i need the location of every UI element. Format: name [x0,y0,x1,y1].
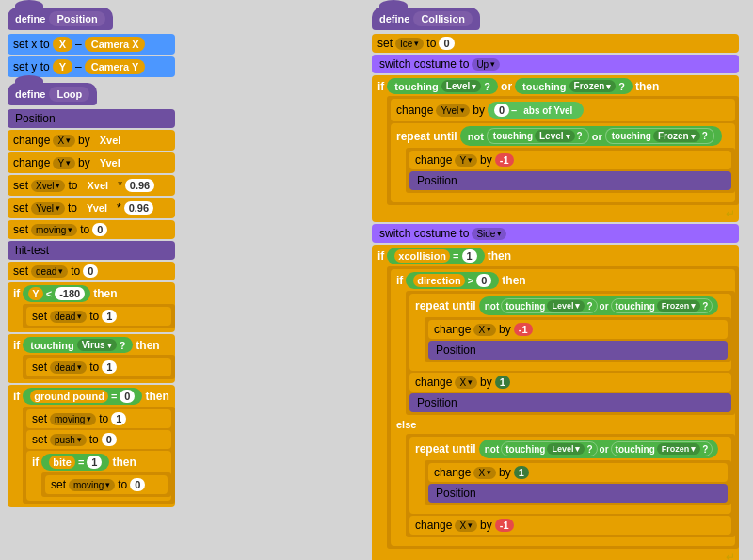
if-gp-body: set moving to 1 set push to 0 if bi [23,407,175,504]
change-x-pos1-a[interactable]: change X by 1 [409,373,731,392]
left-section: define Position set x to X – Camera X se… [8,8,175,509]
repeat-until-3: repeat until not touching Level ? or tou… [409,437,731,514]
define-label3: define [379,13,409,24]
if-virus-body: set dead to 1 [23,355,175,379]
loop-label: Loop [49,87,89,102]
scratch-canvas: define Position set x to X – Camera X se… [0,0,753,560]
if-virus-block: if touching Virus ? then set dead to 1 [8,334,175,383]
position-call-block[interactable]: Position [8,109,175,128]
collision-label: Collision [413,11,472,26]
if-direction-block: if direction > 0 then repeat until [391,269,735,546]
repeat-3-body: change X by 1 Position [425,460,731,505]
change-x-neg1-a[interactable]: change X by -1 [428,320,728,339]
set-yvel-block[interactable]: set Yvel to Yvel * 0.96 [8,198,175,218]
if-touching-level-block: if touching Level ? or touching Frozen ?… [372,75,739,222]
switch-costume-side[interactable]: switch costume to Side [372,224,739,243]
if-dir-body: repeat until not touching Level ? or tou… [406,291,735,415]
else-label: else [391,417,735,432]
if-y-block: if Y < -180 then set dead to 1 [8,282,175,332]
else-body: repeat until not touching Level ? or tou… [406,434,735,537]
define-label: define [15,13,45,24]
change-x-xvel[interactable]: change X by Xvel [8,130,175,151]
if-bite-body: set moving to 0 [41,472,171,497]
define-collision-block[interactable]: define Collision [372,8,480,30]
define-loop-block[interactable]: define Loop [8,83,97,105]
set-x-block[interactable]: set x to X – Camera X [8,34,175,55]
repeat-until-1: repeat until not touching Level ? or tou… [391,123,735,202]
switch-costume-up[interactable]: switch costume to Up [372,55,739,73]
hit-test-block[interactable]: hit-test [8,241,175,260]
right-section: define Collision set Ice to 0 switch cos… [372,8,739,560]
position-call-4[interactable]: Position [428,484,728,503]
set-push-0[interactable]: set push to 0 [26,430,171,449]
repeat-1-body: change Y by -1 Position [406,148,735,193]
set-ice-block[interactable]: set Ice to 0 [372,34,739,53]
set-xvel-block[interactable]: set Xvel to Xvel * 0.96 [8,175,175,196]
set-y-block[interactable]: set y to Y – Camera Y [8,56,175,77]
change-x-pos1-b[interactable]: change X by 1 [428,463,728,482]
if-level-body: change Yvel by 0 – abs of Yvel repeat un… [387,96,739,205]
if-y-body: set dead to 1 [23,304,175,328]
define-label2: define [15,88,45,100]
if-bite-block: if bite = 1 then set moving to [26,451,171,501]
set-moving-1[interactable]: set moving to 1 [26,409,171,428]
repeat-2-body: change X by -1 Position [425,317,731,362]
position-call-2[interactable]: Position [428,341,728,360]
set-dead-1-inner[interactable]: set dead to 1 [26,307,171,326]
change-y-neg1-a[interactable]: change Y by -1 [409,151,731,169]
change-x-neg1-b[interactable]: change X by -1 [409,516,731,535]
set-moving-block[interactable]: set moving to 0 [8,220,175,239]
set-dead-0[interactable]: set dead to 0 [8,262,175,280]
define-position-block[interactable]: define Position [8,8,113,30]
if-ground-pound-block: if ground pound = 0 then set moving to 1… [8,385,175,507]
if-xcollision-block: if xcollision = 1 then if direction > [372,245,739,560]
position-call-1[interactable]: Position [409,171,731,190]
position-call-3[interactable]: Position [409,393,731,412]
set-dead-1b[interactable]: set dead to 1 [26,358,171,376]
repeat-until-2: repeat until not touching Level ? or tou… [409,294,731,371]
set-moving-0[interactable]: set moving to 0 [45,475,168,494]
position-label: Position [49,11,104,26]
change-yvel-abs[interactable]: change Yvel by 0 – abs of Yvel [391,99,735,121]
if-xcollision-body: if direction > 0 then repeat until [387,266,739,549]
change-y-yvel[interactable]: change Y by Yvel [8,152,175,173]
